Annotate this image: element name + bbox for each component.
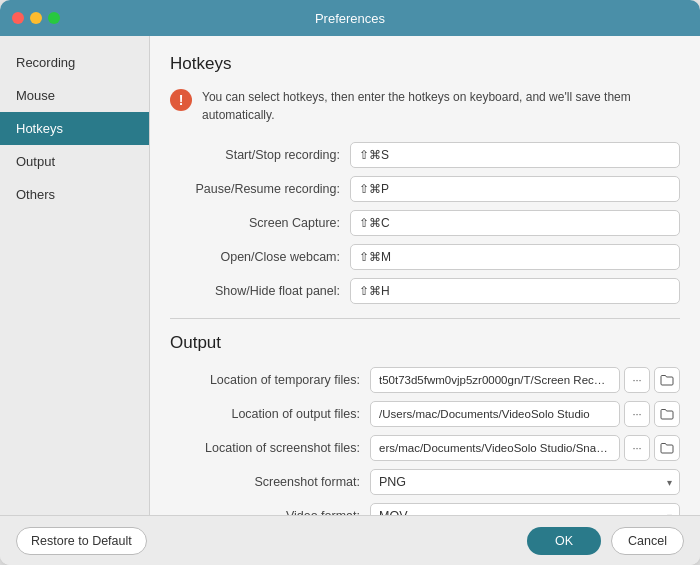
select-screenshotformat[interactable]: PNG JPG BMP [370, 469, 680, 495]
hotkey-label-floatpanel: Show/Hide float panel: [170, 284, 350, 298]
sidebar-item-output[interactable]: Output [0, 145, 149, 178]
divider [170, 318, 680, 319]
hotkey-row-webcam: Open/Close webcam: [170, 244, 680, 270]
screenshots-dots-button[interactable]: ··· [624, 435, 650, 461]
hotkey-label-pauseresume: Pause/Resume recording: [170, 182, 350, 196]
hotkey-input-floatpanel[interactable] [350, 278, 680, 304]
preferences-window: Preferences Recording Mouse Hotkeys Outp… [0, 0, 700, 565]
select-videoformat[interactable]: MOV MP4 AVI [370, 503, 680, 515]
minimize-button[interactable] [30, 12, 42, 24]
sidebar-item-others[interactable]: Others [0, 178, 149, 211]
output-row-temp: Location of temporary files: ··· [170, 367, 680, 393]
hotkey-input-pauseresume[interactable] [350, 176, 680, 202]
close-button[interactable] [12, 12, 24, 24]
output-label-outputfiles: Location of output files: [170, 407, 370, 421]
output-input-outputfiles[interactable] [370, 401, 620, 427]
hotkey-row-pauseresume: Pause/Resume recording: [170, 176, 680, 202]
output-input-temp[interactable] [370, 367, 620, 393]
info-text: You can select hotkeys, then enter the h… [202, 88, 680, 124]
output-row-videoformat: Video format: MOV MP4 AVI ▾ [170, 503, 680, 515]
hotkey-row-startstop: Start/Stop recording: [170, 142, 680, 168]
hotkey-input-screencapture[interactable] [350, 210, 680, 236]
hotkey-row-floatpanel: Show/Hide float panel: [170, 278, 680, 304]
output-row-outputfiles: Location of output files: ··· [170, 401, 680, 427]
temp-folder-button[interactable] [654, 367, 680, 393]
select-wrapper-videoformat: MOV MP4 AVI ▾ [370, 503, 680, 515]
traffic-lights [12, 12, 60, 24]
hotkey-label-startstop: Start/Stop recording: [170, 148, 350, 162]
hotkey-label-webcam: Open/Close webcam: [170, 250, 350, 264]
output-title: Output [170, 333, 680, 353]
hotkey-label-screencapture: Screen Capture: [170, 216, 350, 230]
hotkey-input-startstop[interactable] [350, 142, 680, 168]
output-label-temp: Location of temporary files: [170, 373, 370, 387]
outputfiles-dots-button[interactable]: ··· [624, 401, 650, 427]
sidebar-item-hotkeys[interactable]: Hotkeys [0, 112, 149, 145]
footer-right: OK Cancel [527, 527, 684, 555]
output-row-screenshotformat: Screenshot format: PNG JPG BMP ▾ [170, 469, 680, 495]
output-label-screenshotformat: Screenshot format: [170, 475, 370, 489]
info-icon: ! [170, 89, 192, 111]
screenshots-folder-button[interactable] [654, 435, 680, 461]
select-wrapper-screenshotformat: PNG JPG BMP ▾ [370, 469, 680, 495]
window-title: Preferences [315, 11, 385, 26]
hotkey-row-screencapture: Screen Capture: [170, 210, 680, 236]
output-label-screenshots: Location of screenshot files: [170, 441, 370, 455]
hotkey-input-webcam[interactable] [350, 244, 680, 270]
sidebar-item-recording[interactable]: Recording [0, 46, 149, 79]
output-field-wrapper-temp: ··· [370, 367, 680, 393]
cancel-button[interactable]: Cancel [611, 527, 684, 555]
main-content: Hotkeys ! You can select hotkeys, then e… [150, 36, 700, 515]
output-field-wrapper-outputfiles: ··· [370, 401, 680, 427]
maximize-button[interactable] [48, 12, 60, 24]
restore-default-button[interactable]: Restore to Default [16, 527, 147, 555]
output-input-screenshots[interactable] [370, 435, 620, 461]
outputfiles-folder-button[interactable] [654, 401, 680, 427]
temp-dots-button[interactable]: ··· [624, 367, 650, 393]
content-area: Recording Mouse Hotkeys Output Others Ho… [0, 36, 700, 515]
sidebar-item-mouse[interactable]: Mouse [0, 79, 149, 112]
ok-button[interactable]: OK [527, 527, 601, 555]
title-bar: Preferences [0, 0, 700, 36]
footer: Restore to Default OK Cancel [0, 515, 700, 565]
hotkeys-title: Hotkeys [170, 54, 680, 74]
sidebar: Recording Mouse Hotkeys Output Others [0, 36, 150, 515]
info-box: ! You can select hotkeys, then enter the… [170, 88, 680, 124]
output-row-screenshots: Location of screenshot files: ··· [170, 435, 680, 461]
output-field-wrapper-screenshots: ··· [370, 435, 680, 461]
